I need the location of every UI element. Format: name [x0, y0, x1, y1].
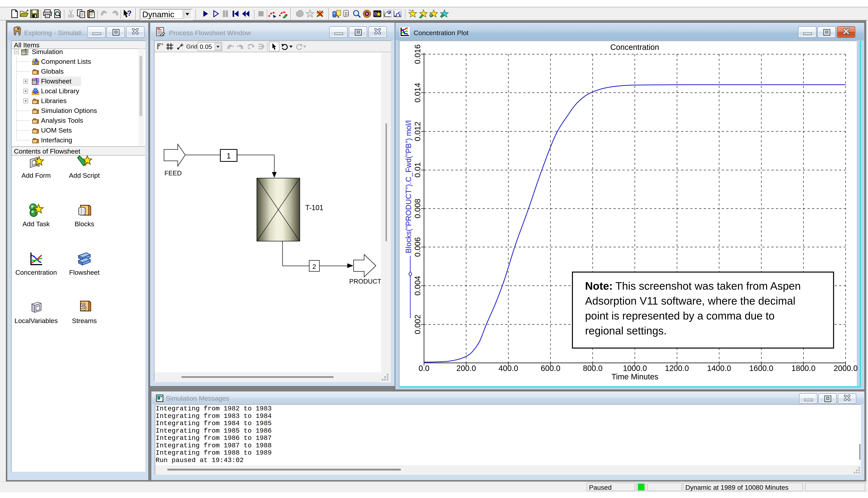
svg-text:0.016: 0.016 — [413, 44, 422, 64]
svg-text:FEED: FEED — [164, 169, 182, 177]
svg-text:200.0: 200.0 — [456, 364, 476, 372]
svg-text:0.004: 0.004 — [413, 276, 422, 296]
svg-text:?: ? — [127, 9, 132, 17]
svg-text:1800.0: 1800.0 — [791, 364, 815, 372]
svg-text:D: D — [345, 11, 349, 16]
svg-text:PRODUCT: PRODUCT — [349, 278, 381, 285]
svg-text:0.0: 0.0 — [419, 364, 430, 372]
svg-text:1: 1 — [227, 152, 231, 160]
svg-text:o: o — [389, 10, 391, 14]
svg-text:Time Minutes: Time Minutes — [612, 372, 659, 381]
svg-text:Concentration: Concentration — [610, 43, 659, 51]
svg-text:0.014: 0.014 — [413, 83, 422, 103]
svg-text:800.0: 800.0 — [583, 364, 602, 372]
svg-text:1400.0: 1400.0 — [707, 364, 731, 372]
svg-text:1600.0: 1600.0 — [749, 364, 773, 372]
svg-text:400.0: 400.0 — [499, 364, 518, 372]
svg-text:2000.0: 2000.0 — [834, 364, 858, 372]
svg-text:0.006: 0.006 — [413, 237, 422, 257]
svg-text:0.002: 0.002 — [413, 315, 422, 334]
svg-text:0.012: 0.012 — [413, 121, 422, 141]
svg-text:0.01: 0.01 — [413, 162, 422, 178]
svg-text:600.0: 600.0 — [541, 364, 560, 372]
svg-text:1200.0: 1200.0 — [665, 364, 689, 372]
svg-text:E: E — [399, 13, 401, 17]
svg-text:0.008: 0.008 — [413, 199, 422, 218]
svg-text:2: 2 — [312, 263, 316, 270]
svg-text:T-101: T-101 — [305, 204, 323, 212]
svg-text:Blocks("PRODUCT").C_Fwd("PB"): Blocks("PRODUCT").C_Fwd("PB") mol/l — [404, 120, 412, 253]
svg-text:1000.0: 1000.0 — [623, 364, 647, 372]
